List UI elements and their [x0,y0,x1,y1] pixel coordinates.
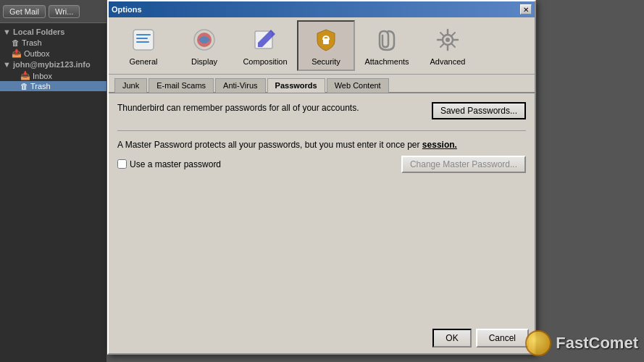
content-divider [117,130,526,131]
tab-web-content[interactable]: Web Content [327,78,389,93]
toolbar-btn-general[interactable]: General [114,20,172,71]
folder-trash-1[interactable]: 🗑 Trash [0,38,106,48]
svg-line-15 [452,44,456,48]
dialog-toolbar: General Display Composition [109,17,535,75]
folder-trash-2[interactable]: 🗑 Trash [0,81,106,91]
watermark-logo [525,330,551,356]
use-master-password-label[interactable]: Use a master password [117,159,221,169]
saved-passwords-button[interactable]: Saved Passwords... [432,102,526,119]
account-header: ▼ john@mybiz123.info [0,59,106,70]
toolbar-btn-advanced[interactable]: Advanced [419,20,477,71]
ok-button[interactable]: OK [432,329,471,348]
svg-rect-7 [323,38,329,44]
advanced-icon [433,25,462,54]
toolbar-label-advanced: Advanced [430,57,466,66]
svg-rect-0 [133,30,154,50]
change-master-password-button[interactable]: Change Master Password... [401,156,526,173]
toolbar-label-attachments: Attachments [364,57,409,66]
options-dialog: Options ✕ General [107,0,536,355]
sidebar: Get Mail Wri... ▼ Local Folders 🗑 Trash … [0,0,107,362]
write-button[interactable]: Wri... [49,5,80,18]
svg-rect-3 [136,41,149,43]
tab-bar: Junk E-mail Scams Anti-Virus Passwords W… [109,75,535,93]
tab-email-scams[interactable]: E-mail Scams [149,78,214,93]
trash-icon: 🗑 [12,38,20,47]
svg-line-16 [452,33,456,36]
toolbar-btn-security[interactable]: Security [297,20,355,71]
dialog-title: Options [112,5,142,14]
master-password-text: A Master Password protects all your pass… [117,140,526,150]
svg-point-9 [446,38,450,42]
tab-junk[interactable]: Junk [114,78,147,93]
toolbar-label-security: Security [311,57,340,66]
use-master-password-checkbox[interactable] [117,159,127,169]
svg-line-14 [440,33,444,36]
toolbar-btn-display[interactable]: Display [175,20,233,71]
trash-icon-2: 🗑 [20,82,28,90]
get-mail-button[interactable]: Get Mail [3,5,46,18]
security-icon [311,25,340,54]
svg-rect-1 [136,34,151,35]
watermark: FastComet [525,330,638,356]
sidebar-toolbar: Get Mail Wri... [0,0,106,23]
toolbar-btn-composition[interactable]: Composition [236,20,294,71]
folder-tree: ▼ Local Folders 🗑 Trash 📤 Outbox ▼ john@… [0,23,106,94]
composition-icon [251,25,280,54]
dialog-titlebar: Options ✕ [109,1,535,17]
svg-line-17 [440,44,444,48]
tab-passwords[interactable]: Passwords [267,78,325,93]
inbox-icon: 📥 [20,71,30,80]
svg-rect-2 [136,38,148,39]
master-password-row: Use a master password Change Master Pass… [117,156,526,173]
folder-inbox[interactable]: 📥 Inbox [0,70,106,81]
toolbar-btn-attachments[interactable]: Attachments [358,20,416,71]
toolbar-label-display: Display [191,57,217,66]
dialog-footer: OK Cancel [432,329,529,348]
local-folders-header: ▼ Local Folders [0,26,106,38]
display-icon [190,25,219,54]
watermark-text: FastComet [556,334,638,353]
description-text: Thunderbird can remember passwords for a… [117,102,359,114]
attachments-icon [372,25,401,54]
cancel-button[interactable]: Cancel [476,329,529,348]
general-icon [129,25,158,54]
dialog-close-button[interactable]: ✕ [520,4,532,14]
folder-outbox[interactable]: 📤 Outbox [0,48,106,59]
dialog-content: Thunderbird can remember passwords for a… [109,93,535,182]
toolbar-label-general: General [129,57,157,66]
outbox-icon: 📤 [12,49,22,58]
toolbar-label-composition: Composition [243,57,287,66]
tab-anti-virus[interactable]: Anti-Virus [215,78,265,93]
